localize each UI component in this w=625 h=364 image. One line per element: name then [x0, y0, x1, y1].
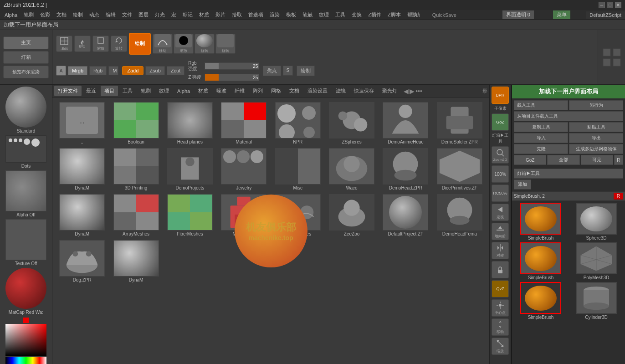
menu-zplugin[interactable]: Z插件 [365, 10, 384, 19]
paste-tool-btn[interactable]: 粘贴工具 [569, 122, 623, 132]
shape-selector[interactable]: 形 [482, 87, 487, 94]
goz-btn[interactable]: GoZ [492, 113, 509, 131]
preview-btn[interactable]: 预览布尔渲染 [3, 66, 49, 78]
s-btn[interactable]: S [283, 66, 293, 76]
list-item[interactable]: DemoProjects [164, 147, 216, 191]
menu-texture[interactable]: 纹理 [316, 10, 332, 19]
zcut-btn[interactable]: Zcut [167, 66, 184, 75]
menu-edit[interactable]: 编辑 [103, 10, 118, 19]
menu-picker[interactable]: 拾取 [229, 10, 245, 19]
list-item[interactable]: ArrayMeshes [110, 193, 162, 237]
list-item[interactable]: Boolean [110, 101, 162, 145]
bpr-btn[interactable]: BPR [492, 87, 509, 104]
texture-off-widget[interactable]: Texture Off [5, 219, 46, 266]
list-item[interactable]: ZSpheres [326, 101, 378, 145]
tab-project[interactable]: 项目 [101, 86, 118, 96]
visible-btn[interactable]: 可见 [581, 155, 613, 165]
clone-btn[interactable]: 克隆 [514, 144, 568, 154]
back-view-btn[interactable]: 返视 [492, 204, 509, 221]
focal-btn[interactable]: 焦点 [263, 66, 281, 76]
tab-brush[interactable]: 笔刷 [137, 86, 154, 96]
import-btn[interactable]: 导入 [514, 133, 568, 143]
tab-alpha[interactable]: Alpha [174, 87, 194, 96]
alpha-off-widget[interactable]: Alpha Off [5, 170, 46, 217]
menu-color[interactable]: 色彩 [37, 10, 53, 19]
tab-material[interactable]: 材质 [195, 86, 212, 96]
stroke-type-btn[interactable]: 移动 [153, 34, 173, 54]
list-item[interactable]: NPR [272, 101, 324, 145]
menu-tool[interactable]: 工具 [333, 10, 348, 19]
tab-spotlight[interactable]: 聚光灯 [379, 86, 401, 96]
center-point-btn[interactable]: 中心点 [492, 299, 509, 317]
menu-preferences[interactable]: 首选项 [246, 10, 266, 19]
texture-type-btn[interactable]: 旋转 [215, 34, 236, 54]
menu-zscript[interactable]: Z脚本 [385, 10, 404, 19]
menu-material[interactable]: 材质 [196, 10, 212, 19]
load-tool-btn[interactable]: 载入工具 [514, 100, 568, 110]
all-btn[interactable]: 全部 [547, 155, 579, 165]
goz-btn-right[interactable]: GoZ [514, 155, 546, 165]
symmetry-btn[interactable]: 对称 [492, 242, 509, 259]
draw-btn-right[interactable]: 绘制 [297, 66, 315, 76]
list-item[interactable]: DemoHead.ZPR [379, 147, 431, 191]
menu-layer[interactable]: 图层 [136, 10, 151, 19]
maximize-btn[interactable]: □ [607, 2, 613, 8]
menu-dynamics[interactable]: 动态 [87, 10, 102, 19]
tool-item-sphere3d[interactable]: Sphere3D [569, 203, 623, 241]
tab-document[interactable]: 文档 [286, 86, 303, 96]
copy-tool-btn[interactable]: 复制工具 [514, 122, 568, 132]
menu-light[interactable]: 灯光 [152, 10, 168, 19]
tab-open-file[interactable]: 打开文件 [54, 86, 82, 96]
tab-noise[interactable]: 噪波 [213, 86, 230, 96]
zadd-btn[interactable]: Zadd [122, 66, 143, 75]
tab-left-arrow[interactable]: ◀ [404, 87, 409, 95]
tab-more[interactable]: ••• [415, 87, 422, 95]
lightbox-btn[interactable]: 灯箱 [3, 51, 49, 64]
r-btn[interactable]: R [614, 155, 623, 165]
move-tool-btn[interactable]: 移动 [74, 36, 91, 52]
list-item[interactable]: ZeeZoo [326, 193, 378, 237]
zoom2d-btn[interactable]: Zoom2D [492, 146, 509, 164]
tool-item-simplebrush3[interactable]: SimpleBrush [514, 282, 568, 320]
list-item[interactable]: NanoMeshes [272, 193, 324, 237]
list-item[interactable]: DynaM [110, 239, 162, 283]
zsub-btn[interactable]: Zsub [145, 66, 164, 75]
list-item[interactable]: DicePrimitives.ZF [434, 147, 486, 191]
rc50-btn[interactable]: RC50% [492, 185, 509, 202]
menu-alpha[interactable]: Alpha [2, 11, 20, 19]
menu-marker[interactable]: 标记 [180, 10, 195, 19]
menu-template[interactable]: 模板 [283, 10, 299, 19]
list-item[interactable]: DefaultProject.ZF [379, 193, 431, 237]
menu-stroke[interactable]: 笔触 [300, 10, 315, 19]
matcap-widget[interactable]: MatCap Red Wa: [5, 268, 46, 315]
menu-document[interactable]: 文档 [54, 10, 69, 19]
color-gradient[interactable] [5, 324, 46, 356]
floor-btn[interactable]: 地向前 [492, 223, 509, 240]
100pct-btn[interactable]: 100% [492, 165, 509, 183]
home-btn[interactable]: 主页 [3, 36, 49, 49]
list-item[interactable]: Mannequin [218, 193, 270, 237]
tab-render[interactable]: 渲染设置 [304, 86, 331, 96]
qv2-btn[interactable]: QvZ [492, 280, 509, 297]
hue-bar[interactable] [5, 357, 46, 364]
tool-item-simplebrush1[interactable]: SimpleBrush [514, 203, 568, 241]
menu-btn[interactable]: 菜单 [553, 10, 570, 19]
add-btn[interactable]: 添加 [514, 179, 531, 190]
draw-mode-btn[interactable]: 绘制 [129, 33, 151, 55]
m-btn[interactable]: M [108, 66, 118, 75]
dots-brush-widget[interactable]: Dots [5, 135, 46, 169]
brush-sphere-btn[interactable]: 旋转 [195, 34, 215, 54]
tab-array[interactable]: 阵列 [249, 86, 266, 96]
menu-movie[interactable]: 影片 [213, 10, 228, 19]
tab-recent[interactable]: 最近 [82, 86, 100, 96]
lightbox-tool-section-btn[interactable]: 灯箱▶工具 [514, 169, 623, 179]
alpha-type-btn[interactable]: 缩放 [174, 34, 194, 54]
list-item[interactable]: .. .. [56, 101, 108, 145]
load-from-project-btn[interactable]: 从项目文件载入工具 [514, 111, 623, 121]
rgb-btn[interactable]: Rgb [89, 66, 107, 75]
move-btn[interactable]: 移动 [492, 318, 509, 336]
interface-label[interactable]: 界面透明 0 [502, 10, 534, 19]
close-btn[interactable]: ✕ [615, 2, 621, 8]
menu-file[interactable]: 文件 [119, 10, 135, 19]
list-item[interactable]: Material [218, 101, 270, 145]
